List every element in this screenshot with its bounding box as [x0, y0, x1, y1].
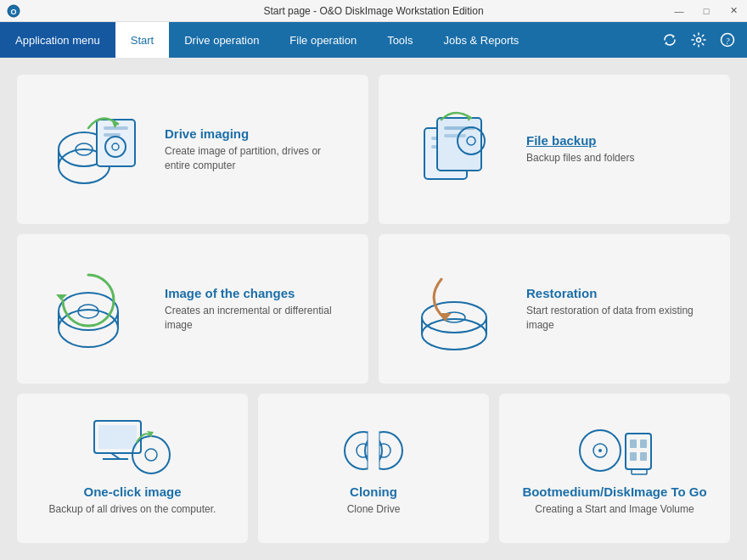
- card-row-3: One-click image Backup of all drives on …: [17, 394, 730, 543]
- cloning-desc: Clone Drive: [347, 502, 401, 517]
- settings-button[interactable]: [686, 27, 711, 53]
- svg-rect-56: [640, 440, 647, 448]
- one-click-desc: Backup of all drives on the computer.: [49, 502, 216, 517]
- file-backup-icon: [399, 103, 509, 196]
- one-click-icon: [90, 417, 175, 476]
- svg-line-39: [111, 453, 120, 459]
- one-click-title: One-click image: [83, 484, 181, 499]
- tab-tools[interactable]: Tools: [372, 22, 428, 58]
- bootmedium-icon: [568, 417, 661, 476]
- svg-text:O: O: [10, 8, 16, 16]
- cloning-card[interactable]: Cloning Clone Drive: [258, 394, 489, 543]
- image-changes-icon: [37, 262, 148, 356]
- svg-rect-38: [98, 425, 137, 449]
- tools-label: Tools: [387, 34, 413, 47]
- svg-point-28: [59, 293, 118, 330]
- minimize-button[interactable]: —: [666, 0, 693, 22]
- svg-rect-58: [640, 452, 647, 461]
- image-changes-title: Image of the changes: [165, 286, 348, 300]
- main-content: Drive imaging Create image of partition,…: [0, 58, 747, 560]
- file-backup-card[interactable]: File backup Backup files and folders: [379, 75, 730, 224]
- tab-jobs-reports[interactable]: Jobs & Reports: [429, 22, 535, 58]
- image-changes-card[interactable]: Image of the changes Creates an incremen…: [17, 234, 368, 384]
- svg-point-2: [697, 38, 701, 42]
- svg-rect-57: [630, 452, 637, 461]
- tab-start[interactable]: Start: [115, 22, 169, 58]
- file-backup-text: File backup Backup files and folders: [526, 133, 710, 165]
- file-op-label: File operation: [289, 34, 357, 47]
- one-click-card[interactable]: One-click image Backup of all drives on …: [17, 394, 248, 543]
- app-icon: O: [7, 4, 20, 18]
- restoration-icon: [399, 262, 509, 356]
- sidebar-item-app-menu[interactable]: Application menu: [0, 22, 115, 58]
- file-backup-desc: Backup files and folders: [526, 151, 710, 165]
- restoration-title: Restoration: [526, 286, 710, 300]
- drive-imaging-icon: [37, 103, 148, 196]
- svg-point-42: [145, 449, 157, 461]
- restoration-text: Restoration Start restoration of data fr…: [526, 286, 710, 333]
- svg-rect-21: [444, 134, 466, 137]
- svg-rect-19: [437, 118, 481, 171]
- card-row-1: Drive imaging Create image of partition,…: [17, 75, 730, 224]
- restoration-desc: Start restoration of data from existing …: [526, 304, 710, 333]
- jobs-label: Jobs & Reports: [444, 34, 520, 47]
- svg-point-34: [422, 302, 486, 333]
- svg-point-31: [422, 319, 486, 350]
- cloning-icon: [331, 417, 416, 476]
- window-title: Start page - O&O DiskImage Workstation E…: [263, 5, 483, 17]
- drive-imaging-card[interactable]: Drive imaging Create image of partition,…: [17, 75, 368, 224]
- drive-imaging-desc: Create image of partition, drives or ent…: [165, 144, 348, 173]
- card-row-2: Image of the changes Creates an incremen…: [17, 234, 730, 384]
- svg-rect-54: [626, 434, 651, 469]
- cloning-title: Cloning: [350, 484, 397, 499]
- title-bar: O Start page - O&O DiskImage Workstation…: [0, 0, 747, 22]
- window-controls: — □ ✕: [666, 0, 747, 22]
- drive-imaging-text: Drive imaging Create image of partition,…: [165, 126, 348, 173]
- app-menu-label: Application menu: [15, 34, 100, 47]
- svg-text:?: ?: [726, 36, 730, 46]
- bootmedium-title: Bootmedium/DiskImage To Go: [522, 484, 706, 499]
- svg-point-41: [132, 436, 170, 473]
- refresh-button[interactable]: [657, 27, 682, 53]
- start-label: Start: [131, 34, 154, 47]
- svg-rect-48: [368, 432, 379, 469]
- svg-rect-55: [630, 440, 637, 448]
- maximize-button[interactable]: □: [693, 0, 720, 22]
- bootmedium-desc: Creating a Start and Image Volume: [535, 502, 694, 517]
- tab-file-operation[interactable]: File operation: [274, 22, 372, 58]
- close-button[interactable]: ✕: [720, 0, 747, 22]
- svg-point-53: [598, 449, 602, 452]
- drive-op-label: Drive operation: [184, 34, 259, 47]
- menu-right-actions: ?: [657, 22, 747, 58]
- restoration-card[interactable]: Restoration Start restoration of data fr…: [379, 234, 730, 384]
- drive-imaging-title: Drive imaging: [165, 126, 348, 141]
- file-backup-title[interactable]: File backup: [526, 133, 710, 148]
- svg-point-29: [78, 305, 98, 318]
- menu-bar: Application menu Start Drive operation F…: [0, 22, 747, 58]
- image-changes-desc: Creates an incremental or differential i…: [165, 304, 348, 333]
- tab-drive-operation[interactable]: Drive operation: [169, 22, 274, 58]
- image-changes-text: Image of the changes Creates an incremen…: [165, 286, 348, 333]
- svg-rect-11: [104, 126, 128, 130]
- help-button[interactable]: ?: [715, 27, 740, 53]
- bootmedium-card[interactable]: Bootmedium/DiskImage To Go Creating a St…: [499, 394, 730, 543]
